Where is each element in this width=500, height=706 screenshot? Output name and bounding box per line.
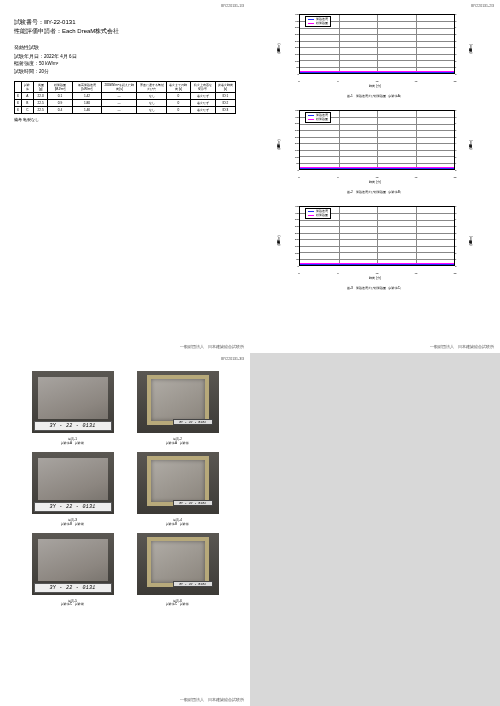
specimen-label: 3Y - 22 - 0131 xyxy=(34,583,112,593)
meta-date: 試験年月日：2022年 4月 6日 xyxy=(14,53,236,60)
specimen-label: 3Y - 22 - 0131 xyxy=(173,500,213,506)
table-cell: 1.46 xyxy=(72,106,101,113)
table-header: 最高発熱速度 [kW/m²] xyxy=(72,81,101,92)
specimen-label: 3Y - 22 - 0131 xyxy=(34,421,112,431)
photo-caption: 写真-2試験体A 試験後 xyxy=(133,438,222,446)
photo-caption: 写真-1試験体A 試験前 xyxy=(28,438,117,446)
table-header: 裏面に達する亀裂 及び穴 xyxy=(137,81,167,92)
table-header: 試験体 xyxy=(21,81,33,92)
specimen-label: 3Y - 22 - 0131 xyxy=(173,419,213,425)
specimen-label: 3Y - 22 - 0131 xyxy=(34,502,112,512)
applicant: 性能評価申請者：Each DreaM株式会社 xyxy=(14,27,236,36)
page-number: ⅢY220131-1/3 xyxy=(221,4,244,8)
table-cell: 1.42 xyxy=(72,92,101,99)
report-meta: 発熱性試験 試験年月日：2022年 4月 6日 輻射強度：50 kW/m² 試験… xyxy=(14,44,236,75)
table-row: 6C22.50.41.46—なし0着火せずID:3 xyxy=(15,106,236,113)
specimen-photo: 3Y - 22 - 0131 xyxy=(32,371,114,433)
table-row: 6A22.00.11.42—なし0着火せずID:1 xyxy=(15,92,236,99)
table-cell: ID:2 xyxy=(215,99,235,106)
specimen-photo: 3Y - 22 - 0131 xyxy=(137,533,219,595)
photo-caption: 写真-5試験体C 試験前 xyxy=(28,600,117,608)
photo-caption: 写真-3試験体B 試験前 xyxy=(28,519,117,527)
table-cell: 0 xyxy=(167,92,191,99)
table-header: 質量 [g] xyxy=(34,81,48,92)
table-header: 総発熱量 [MJ/m²] xyxy=(48,81,73,92)
table-cell: なし xyxy=(137,106,167,113)
table-note: 備考 亀裂なし xyxy=(14,118,236,122)
meta-intensity: 輻射強度：50 kW/m² xyxy=(14,60,236,67)
table-cell: 0 xyxy=(167,106,191,113)
table-header: 炎着火時間 [s] xyxy=(215,81,235,92)
specimen-photo: 3Y - 22 - 0131 xyxy=(137,371,219,433)
report-page-3: ⅢY220131-3/3 3Y - 22 - 0131写真-1試験体A 試験前3… xyxy=(0,353,250,706)
test-number: 試験番号：ⅢY-22-0131 xyxy=(14,18,236,27)
table-cell: — xyxy=(102,106,137,113)
table-cell: 6 xyxy=(15,106,22,113)
table-cell: 22.5 xyxy=(34,106,48,113)
table-cell: — xyxy=(102,99,137,106)
report-page-1: ⅢY220131-1/3 試験番号：ⅢY-22-0131 性能評価申請者：Eac… xyxy=(0,0,250,353)
specimen-photo: 3Y - 22 - 0131 xyxy=(32,452,114,514)
table-cell: 0.9 xyxy=(48,99,73,106)
chart-legend: 発熱速度総発熱量 xyxy=(305,16,331,27)
table-header: 200kW/m²を超えた時間 [s] xyxy=(102,81,137,92)
chart-legend: 発熱速度総発熱量 xyxy=(305,112,331,123)
table-cell: ID:1 xyxy=(215,92,235,99)
table-header xyxy=(15,81,22,92)
blank-area xyxy=(250,353,500,706)
table-cell: なし xyxy=(137,92,167,99)
chart: 0501001502002503003504004500123456789発熱速… xyxy=(275,10,475,88)
table-header: 防火上有害な変形等 xyxy=(190,81,215,92)
specimen-label: 3Y - 22 - 0131 xyxy=(173,581,213,587)
table-cell: 0.1 xyxy=(48,92,73,99)
table-cell: 着火せず xyxy=(190,99,215,106)
table-cell: 6 xyxy=(15,92,22,99)
chart-caption: 図-3 発熱速度及び総発熱量（試験体C） xyxy=(264,286,486,290)
table-header: 着火までの時間 [s] xyxy=(167,81,191,92)
table-cell: 22.0 xyxy=(34,92,48,99)
photo-cell: 3Y - 22 - 0131写真-2試験体A 試験後 xyxy=(133,371,222,446)
table-cell: 0.4 xyxy=(48,106,73,113)
photo-caption: 写真-4試験体B 試験後 xyxy=(133,519,222,527)
photo-cell: 3Y - 22 - 0131写真-6試験体C 試験後 xyxy=(133,533,222,608)
table-cell: C xyxy=(21,106,33,113)
chart-caption: 図-2 発熱速度及び総発熱量（試験体B） xyxy=(264,190,486,194)
table-cell: A xyxy=(21,92,33,99)
photo-cell: 3Y - 22 - 0131写真-5試験体C 試験前 xyxy=(28,533,117,608)
meta-duration: 試験時間：20分 xyxy=(14,68,236,75)
chart-legend: 発熱速度総発熱量 xyxy=(305,208,331,219)
chart: 0501001502002503003504004500123456789発熱速… xyxy=(275,106,475,184)
photo-caption: 写真-6試験体C 試験後 xyxy=(133,600,222,608)
page-number: ⅢY220131-3/3 xyxy=(221,357,244,361)
table-cell: — xyxy=(102,92,137,99)
results-table: 試験体質量 [g]総発熱量 [MJ/m²]最高発熱速度 [kW/m²]200kW… xyxy=(14,81,236,114)
table-cell: 着火せず xyxy=(190,106,215,113)
page-footer: 一般財団法人 日本建築総合試験所 xyxy=(180,698,244,702)
photo-cell: 3Y - 22 - 0131写真-4試験体B 試験後 xyxy=(133,452,222,527)
table-cell: 着火せず xyxy=(190,92,215,99)
chart-caption: 図-1 発熱速度及び総発熱量（試験体A） xyxy=(264,94,486,98)
report-page-2: ⅢY220131-2/3 050100150200250300350400450… xyxy=(250,0,500,353)
page-number: ⅢY220131-2/3 xyxy=(471,4,494,8)
table-cell: なし xyxy=(137,99,167,106)
table-row: 6B22.50.91.80—なし0着火せずID:2 xyxy=(15,99,236,106)
table-cell: 0 xyxy=(167,99,191,106)
page-footer: 一般財団法人 日本建築総合試験所 xyxy=(430,345,494,349)
photo-cell: 3Y - 22 - 0131写真-1試験体A 試験前 xyxy=(28,371,117,446)
specimen-photo: 3Y - 22 - 0131 xyxy=(137,452,219,514)
photo-cell: 3Y - 22 - 0131写真-3試験体B 試験前 xyxy=(28,452,117,527)
table-cell: 6 xyxy=(15,99,22,106)
page-footer: 一般財団法人 日本建築総合試験所 xyxy=(180,345,244,349)
table-cell: B xyxy=(21,99,33,106)
test-heading: 発熱性試験 xyxy=(14,44,236,51)
table-cell: 1.80 xyxy=(72,99,101,106)
chart: 0501001502002503003504004500123456789発熱速… xyxy=(275,202,475,280)
table-cell: ID:3 xyxy=(215,106,235,113)
table-cell: 22.5 xyxy=(34,99,48,106)
report-title: 試験番号：ⅢY-22-0131 性能評価申請者：Each DreaM株式会社 xyxy=(14,18,236,36)
specimen-photo: 3Y - 22 - 0131 xyxy=(32,533,114,595)
